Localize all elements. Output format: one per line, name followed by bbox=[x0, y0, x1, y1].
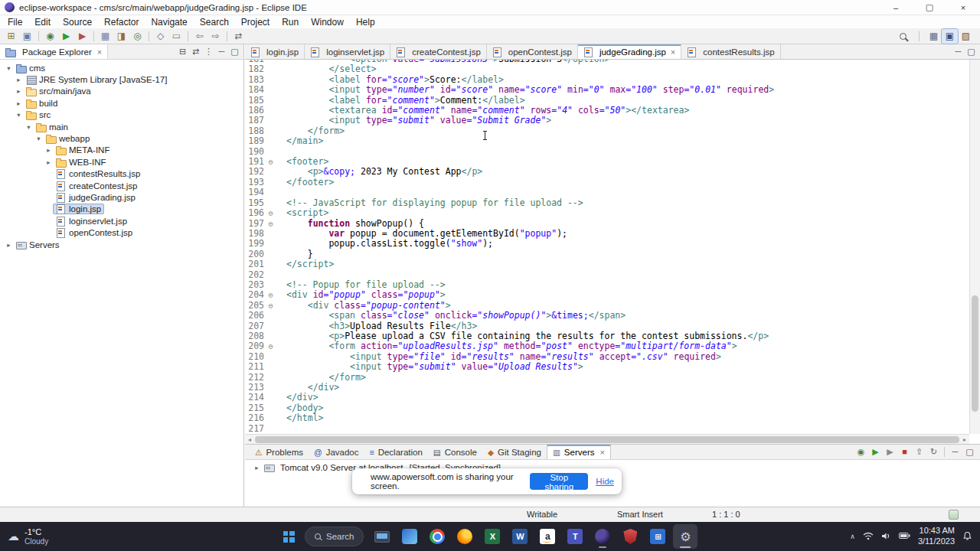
search-icon[interactable] bbox=[900, 33, 906, 40]
taskbar-app-firefox[interactable] bbox=[452, 524, 477, 549]
notifications-icon[interactable] bbox=[949, 510, 959, 520]
taskbar-app-photos[interactable] bbox=[397, 524, 422, 549]
editor-tab-opencontest-jsp[interactable]: openContest.jsp bbox=[487, 44, 578, 59]
maximize-view-icon[interactable]: ▢ bbox=[962, 445, 977, 459]
minimize-view-icon[interactable]: ─ bbox=[948, 445, 962, 459]
code-line-188[interactable]: 188 </form> bbox=[245, 126, 969, 136]
volume-icon[interactable] bbox=[881, 532, 891, 542]
code-line-199[interactable]: 199 popup.classList.toggle("show"); bbox=[245, 239, 969, 249]
close-button[interactable]: × bbox=[946, 0, 980, 15]
menu-help[interactable]: Help bbox=[350, 17, 381, 28]
tree-toggle-icon[interactable]: ▾ bbox=[34, 135, 43, 142]
back-icon[interactable]: ⇦ bbox=[191, 29, 207, 44]
debug-server-icon[interactable]: ◉ bbox=[854, 445, 868, 459]
java-perspective-icon[interactable]: ▨ bbox=[958, 29, 974, 44]
code-line-191[interactable]: 191⊖<footer> bbox=[245, 157, 969, 167]
menu-run[interactable]: Run bbox=[276, 17, 305, 28]
taskbar-app-eclipse[interactable] bbox=[590, 524, 615, 549]
editor-tab-judgegrading-jsp[interactable]: judgeGrading.jsp× bbox=[578, 44, 681, 59]
menu-window[interactable]: Window bbox=[305, 17, 350, 28]
start-server-icon[interactable]: ▶ bbox=[868, 445, 883, 459]
code-line-197[interactable]: 197⊖ function showPopup() { bbox=[245, 219, 969, 229]
code-line-184[interactable]: 184 <input type="number" id="score" name… bbox=[245, 85, 969, 95]
code-line-187[interactable]: 187 <input type="submit" value="Submit G… bbox=[245, 116, 969, 126]
code-line-207[interactable]: 207 <h3>Upload Results File</h3> bbox=[245, 321, 969, 331]
weather-widget[interactable]: ☁ -1°C Cloudy bbox=[8, 522, 48, 551]
scroll-left-icon[interactable]: ◂ bbox=[245, 436, 254, 443]
tree-item-contestresults-jsp[interactable]: contestResults.jsp bbox=[0, 168, 243, 180]
close-tab-icon[interactable]: × bbox=[671, 47, 675, 57]
code-line-206[interactable]: 206 <span class="close" onclick="showPop… bbox=[245, 311, 969, 321]
fold-toggle-icon[interactable]: ⊖ bbox=[266, 219, 276, 229]
tree-item-cms[interactable]: ▾cms bbox=[0, 62, 243, 73]
scrollbar-thumb[interactable] bbox=[255, 436, 959, 443]
menu-file[interactable]: File bbox=[2, 17, 28, 28]
tree-item-loginservlet-jsp[interactable]: loginservlet.jsp bbox=[0, 215, 243, 227]
view-menu-icon[interactable]: ⋮ bbox=[202, 44, 215, 59]
code-line-205[interactable]: 205⊖ <div class="popup-content"> bbox=[245, 301, 969, 311]
code-line-183[interactable]: 183 <label for="score">Score:</label> bbox=[245, 75, 969, 85]
taskbar-search[interactable]: Search bbox=[305, 527, 364, 546]
tree-toggle-icon[interactable]: ▾ bbox=[5, 64, 13, 72]
tree-item-main[interactable]: ▾main bbox=[0, 121, 243, 132]
code-line-204[interactable]: 204⊖<div id="popup" class="popup"> bbox=[245, 290, 969, 300]
menu-navigate[interactable]: Navigate bbox=[145, 17, 193, 28]
tree-toggle-icon[interactable]: ▾ bbox=[24, 123, 33, 131]
hide-link[interactable]: Hide bbox=[596, 477, 614, 486]
code-line-203[interactable]: 203<!-- Popup for file upload --> bbox=[245, 280, 969, 290]
taskbar-clock[interactable]: 10:43 AM 3/11/2023 bbox=[918, 526, 955, 547]
code-line-214[interactable]: 214</div> bbox=[245, 393, 969, 403]
tree-item-src[interactable]: ▾src bbox=[0, 109, 243, 121]
maximize-view-icon[interactable]: ▢ bbox=[228, 44, 241, 59]
open-type-icon[interactable]: ◇ bbox=[152, 29, 168, 44]
code-line-208[interactable]: 208 <p>Please upload a CSV file containi… bbox=[245, 331, 969, 341]
tab-package-explorer[interactable]: Package Explorer × bbox=[0, 44, 108, 59]
code-line-193[interactable]: 193</footer> bbox=[245, 178, 969, 187]
tree-item-login-jsp[interactable]: login.jsp bbox=[0, 204, 243, 215]
fold-toggle-icon[interactable]: ⊖ bbox=[266, 157, 276, 167]
taskbar-app-teams[interactable]: T bbox=[563, 524, 587, 549]
taskbar-app-screen-mirror[interactable] bbox=[370, 524, 394, 549]
vertical-scrollbar[interactable] bbox=[969, 60, 980, 434]
java-ee-perspective-icon[interactable]: ▣ bbox=[942, 29, 958, 44]
horizontal-scrollbar[interactable]: ◂ ▸ bbox=[245, 434, 969, 444]
code-line-186[interactable]: 186 <textarea id="comment" name="comment… bbox=[245, 106, 969, 116]
tree-toggle-icon[interactable]: ▸ bbox=[15, 99, 23, 107]
tree-toggle-icon[interactable]: ▸ bbox=[15, 76, 23, 83]
tree-item-web-inf[interactable]: ▸WEB-INF bbox=[0, 156, 243, 168]
clean-server-icon[interactable]: ↻ bbox=[926, 445, 941, 459]
code-line-209[interactable]: 209⊖ <form action="uploadResults.jsp" me… bbox=[245, 341, 969, 351]
editor-tab-login-jsp[interactable]: login.jsp bbox=[245, 44, 305, 59]
start-button[interactable] bbox=[277, 525, 300, 548]
code-line-196[interactable]: 196⊖<script> bbox=[245, 208, 969, 218]
battery-icon[interactable] bbox=[899, 532, 910, 541]
taskbar-app-excel[interactable]: X bbox=[480, 524, 505, 549]
code-line-194[interactable]: 194 bbox=[245, 187, 969, 197]
panel-tab-javadoc[interactable]: @Javadoc bbox=[309, 445, 364, 459]
panel-tab-console[interactable]: ▤Console bbox=[428, 445, 482, 459]
code-line-192[interactable]: 192 <p>&copy; 2023 My Contest App</p> bbox=[245, 167, 969, 177]
close-tab-icon[interactable]: × bbox=[599, 448, 604, 457]
taskbar-app-word[interactable]: W bbox=[508, 524, 532, 549]
close-view-icon[interactable]: × bbox=[97, 47, 102, 57]
menu-project[interactable]: Project bbox=[235, 17, 276, 28]
minimize-view-icon[interactable]: ─ bbox=[952, 44, 965, 59]
tree-toggle-icon[interactable]: ▸ bbox=[44, 146, 53, 154]
minimize-button[interactable]: – bbox=[879, 0, 913, 15]
code-line-211[interactable]: 211 <input type="submit" value="Upload R… bbox=[245, 362, 969, 372]
taskbar-app-security[interactable] bbox=[618, 524, 642, 549]
maximize-view-icon[interactable]: ▢ bbox=[965, 44, 978, 59]
tree-item-createcontest-jsp[interactable]: createContest.jsp bbox=[0, 180, 243, 191]
tree-toggle-icon[interactable]: ▸ bbox=[5, 241, 13, 249]
hidden-icons-chevron[interactable]: ∧ bbox=[850, 533, 855, 540]
minimize-view-icon[interactable]: ─ bbox=[215, 44, 228, 59]
code-line-195[interactable]: 195<!-- JavaScript for displaying popup … bbox=[245, 198, 969, 208]
panel-tab-problems[interactable]: ⚠Problems bbox=[250, 445, 309, 459]
fold-toggle-icon[interactable]: ⊖ bbox=[266, 341, 276, 351]
tree-item-judgegrading-jsp[interactable]: judgeGrading.jsp bbox=[0, 191, 243, 203]
tree-item-servers[interactable]: ▸Servers bbox=[0, 239, 243, 250]
wifi-icon[interactable] bbox=[863, 532, 874, 542]
code-line-189[interactable]: 189</main> bbox=[245, 136, 969, 146]
editor-tab-createcontest-jsp[interactable]: createContest.jsp bbox=[390, 44, 487, 59]
taskbar-app-amazon[interactable]: a bbox=[535, 524, 560, 549]
